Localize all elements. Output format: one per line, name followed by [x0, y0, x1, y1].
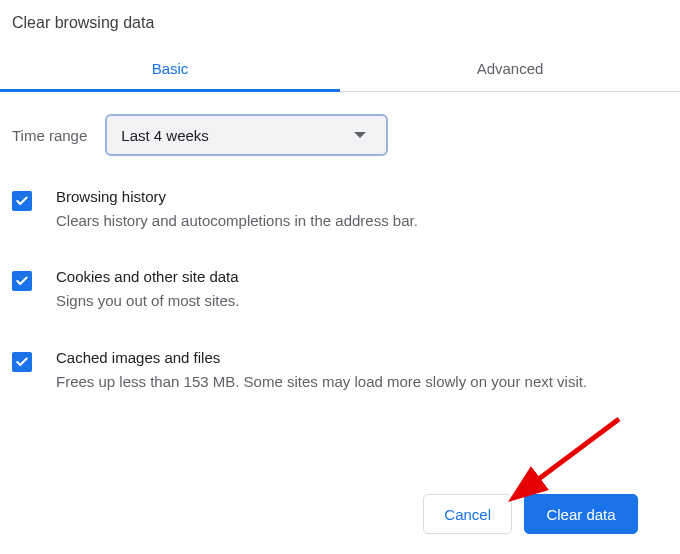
cancel-button[interactable]: Cancel — [423, 494, 512, 534]
chevron-down-icon — [354, 132, 366, 138]
clear-data-button[interactable]: Clear data — [524, 494, 638, 534]
option-desc: Signs you out of most sites. — [56, 289, 668, 312]
time-range-value: Last 4 weeks — [121, 127, 354, 144]
option-title: Cookies and other site data — [56, 268, 668, 285]
checkmark-icon — [15, 355, 29, 369]
option-text: Browsing history Clears history and auto… — [56, 188, 668, 232]
option-text: Cached images and files Frees up less th… — [56, 349, 668, 393]
option-desc: Clears history and autocompletions in th… — [56, 209, 668, 232]
time-range-select[interactable]: Last 4 weeks — [105, 114, 388, 156]
arrow-annotation-icon — [504, 414, 624, 504]
checkbox-cached[interactable] — [12, 352, 32, 372]
option-text: Cookies and other site data Signs you ou… — [56, 268, 668, 312]
tab-bar: Basic Advanced — [0, 46, 680, 92]
tab-advanced[interactable]: Advanced — [340, 46, 680, 91]
checkbox-cookies[interactable] — [12, 271, 32, 291]
checkmark-icon — [15, 194, 29, 208]
time-range-label: Time range — [12, 127, 87, 144]
svg-line-0 — [532, 419, 619, 484]
dialog-content: Time range Last 4 weeks Browsing history… — [0, 92, 680, 393]
tab-basic[interactable]: Basic — [0, 46, 340, 91]
time-range-row: Time range Last 4 weeks — [12, 114, 668, 156]
dialog-title: Clear browsing data — [0, 0, 680, 40]
checkmark-icon — [15, 274, 29, 288]
checkbox-browsing-history[interactable] — [12, 191, 32, 211]
option-cached: Cached images and files Frees up less th… — [12, 349, 668, 393]
option-cookies: Cookies and other site data Signs you ou… — [12, 268, 668, 312]
option-title: Browsing history — [56, 188, 668, 205]
option-desc: Frees up less than 153 MB. Some sites ma… — [56, 370, 668, 393]
button-row: Cancel Clear data — [423, 494, 638, 534]
option-title: Cached images and files — [56, 349, 668, 366]
option-browsing-history: Browsing history Clears history and auto… — [12, 188, 668, 232]
